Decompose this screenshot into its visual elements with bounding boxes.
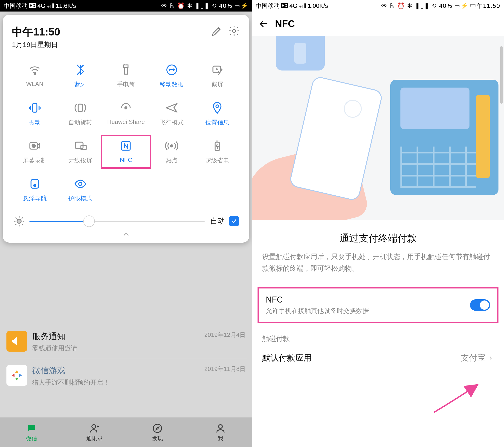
brightness-slider[interactable] (29, 221, 205, 222)
notif-date: 2019年11月8日 (204, 365, 246, 373)
auto-brightness-checkbox[interactable] (229, 216, 239, 226)
gear-icon[interactable] (228, 25, 240, 37)
tile-label: 飞行模式 (160, 118, 184, 126)
nfc-illustration (252, 36, 504, 220)
carrier-label: 中国移动 (4, 2, 28, 10)
quick-settings-screen: 中国移动 HD 4G ₊ıll 11.6K/s 👁 ℕ ⏰ ✻ ❚▯❚ ↻ 40… (0, 0, 252, 447)
notification-item[interactable]: 微信游戏 猎人手游不删档预约开启！ 2019年11月8日 (5, 359, 247, 393)
status-bar: 中国移动 HD 4G ₊ıll 11.6K/s 👁 ℕ ⏰ ✻ ❚▯❚ ↻ 40… (0, 0, 252, 12)
tile-label: 移动数据 (160, 80, 184, 88)
tile-rec[interactable]: 屏幕录制 (12, 139, 57, 165)
notif-title: 微信游戏 (32, 365, 109, 376)
status-icons: 👁 ℕ ⏰ ✻ ❚▯❚ ↻ (161, 2, 217, 9)
notification-item[interactable]: 服务通知 零钱通使用邀请 2019年12月4日 (5, 325, 247, 359)
brightness-icon (13, 215, 25, 227)
vib-icon (28, 101, 41, 115)
page-header: NFC (252, 12, 504, 36)
notif-title: 服务通知 (32, 331, 77, 342)
svg-point-20 (17, 219, 21, 223)
tab-discover[interactable]: 发现 (126, 418, 189, 447)
battery-pct: 40% (439, 2, 452, 9)
wifi-icon (28, 63, 41, 77)
signal-icon: ₊ıll (47, 2, 54, 9)
svg-point-11 (32, 144, 35, 147)
eye-icon (74, 177, 87, 191)
tile-label: 自动旋转 (68, 118, 92, 126)
tile-float[interactable]: 悬浮导航 (12, 177, 57, 203)
tile-label: 位置信息 (205, 118, 229, 126)
tile-plane[interactable]: 飞行模式 (149, 101, 195, 126)
network-label: 4G (289, 2, 298, 9)
notif-subtitle: 零钱通使用邀请 (32, 344, 77, 353)
tab-wechat[interactable]: 微信 (0, 418, 63, 447)
tile-label: 屏幕录制 (23, 156, 47, 165)
tile-vib[interactable]: 振动 (12, 101, 57, 126)
svg-point-23 (219, 425, 222, 428)
nfc-toggle-row[interactable]: NFC 允许手机在接触其他设备时交换数据 (257, 287, 499, 323)
tile-share[interactable]: Huawei Share (103, 101, 149, 126)
svg-point-0 (233, 29, 236, 33)
collapse-handle[interactable] (12, 230, 240, 240)
edit-icon[interactable] (211, 25, 223, 37)
tile-data[interactable]: 移动数据 (149, 63, 195, 88)
tile-label: 热点 (166, 156, 178, 165)
row-label: 默认付款应用 (262, 352, 312, 364)
batt-icon (211, 139, 224, 153)
carrier-label: 中国移动 (256, 2, 280, 10)
svg-point-8 (125, 107, 127, 109)
tile-shot[interactable]: 截屏 (195, 63, 240, 88)
plane-icon (165, 101, 178, 115)
float-icon (28, 177, 41, 191)
tile-nfc[interactable]: NFC (101, 135, 151, 169)
tile-label: WLAN (26, 80, 43, 88)
tab-bar: 微信 通讯录 发现 我 (0, 418, 252, 447)
annotation-arrow (429, 383, 482, 415)
tab-contacts[interactable]: 通讯录 (63, 418, 126, 447)
svg-point-15 (171, 145, 173, 147)
svg-point-18 (34, 184, 36, 186)
tab-me[interactable]: 我 (189, 418, 252, 447)
auto-brightness-label: 自动 (210, 216, 225, 226)
megaphone-icon (6, 331, 27, 352)
nfc-row-title: NFC (266, 295, 369, 305)
tile-torch[interactable]: 手电筒 (103, 63, 149, 88)
rec-icon (28, 139, 41, 153)
hd-badge: HD (29, 3, 36, 8)
tile-loc[interactable]: 位置信息 (195, 101, 240, 126)
scroll-indicator (500, 46, 503, 104)
clock-label: 中午11:50 (470, 2, 500, 10)
default-payment-row[interactable]: 默认付款应用 支付宝 (252, 344, 504, 372)
svg-point-5 (216, 69, 217, 70)
tile-bt[interactable]: 蓝牙 (57, 63, 103, 88)
hot-icon (165, 139, 178, 153)
tile-label: 截屏 (211, 80, 223, 88)
tile-batt[interactable]: 超级省电 (195, 139, 240, 165)
nfc-icon (119, 139, 132, 153)
tile-label: 蓝牙 (74, 80, 86, 88)
panel-time: 中午11:50 (12, 25, 206, 39)
battery-pct: 40% (219, 2, 233, 9)
bt-icon (74, 63, 87, 77)
data-icon (165, 63, 178, 77)
tile-rot[interactable]: 自动旋转 (57, 101, 103, 126)
svg-rect-2 (124, 65, 128, 68)
cast-icon (74, 139, 87, 153)
tile-wifi[interactable]: WLAN (12, 63, 57, 88)
tile-label: Huawei Share (107, 118, 145, 126)
notif-date: 2019年12月4日 (204, 331, 246, 339)
tile-eye[interactable]: 护眼模式 (57, 177, 103, 203)
section-label: 触碰付款 (262, 334, 494, 344)
tile-hot[interactable]: 热点 (149, 139, 195, 165)
quick-settings-panel: 中午11:50 1月19日星期日 WLAN蓝牙手电筒移动数据截屏振动自动旋转Hu… (3, 15, 249, 243)
tile-cast[interactable]: 无线投屏 (57, 139, 103, 165)
panel-date: 1月19日星期日 (12, 40, 206, 50)
loc-icon (211, 101, 224, 115)
info-description: 设置触碰付款应用后，只要手机处于开机状态，用手机触碰任何带有触碰付款徽标的终端，… (262, 251, 494, 274)
tile-label: 护眼模式 (68, 194, 92, 203)
svg-point-22 (153, 424, 162, 432)
tile-label: NFC (120, 156, 132, 164)
nfc-toggle[interactable] (470, 299, 490, 311)
row-value: 支付宝 (461, 352, 486, 364)
tile-label: 悬浮导航 (23, 194, 47, 203)
back-icon[interactable] (258, 19, 269, 29)
